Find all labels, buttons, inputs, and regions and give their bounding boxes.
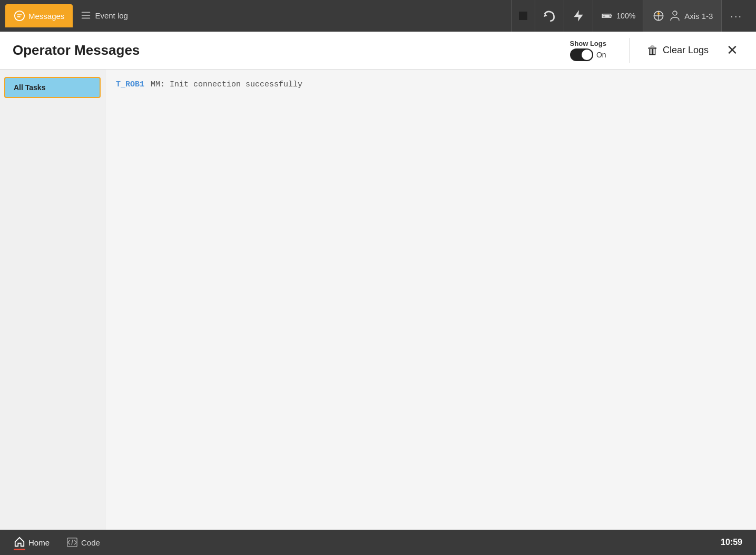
- stop-button[interactable]: [511, 0, 535, 32]
- bottom-tab-code[interactable]: Code: [58, 530, 109, 555]
- battery-percent: 100%: [616, 12, 635, 20]
- more-button[interactable]: ···: [721, 0, 751, 32]
- close-button[interactable]: ✕: [721, 40, 743, 61]
- tab-messages[interactable]: Messages: [5, 4, 73, 27]
- undo-button[interactable]: [535, 0, 564, 32]
- person-icon: [669, 9, 681, 22]
- svg-marker-5: [574, 10, 583, 22]
- code-icon: [66, 537, 78, 548]
- messages-icon: [14, 10, 25, 22]
- svg-point-9: [673, 11, 677, 15]
- log-entry: T_ROB1 MM: Init connection successfully: [116, 78, 745, 91]
- svg-point-0: [15, 11, 24, 21]
- axis-group[interactable]: Axis 1-3: [643, 0, 721, 32]
- clear-logs-button[interactable]: 🗑 Clear Logs: [641, 40, 715, 62]
- battery-group: ⟳ 100%: [593, 0, 643, 32]
- tab-messages-label: Messages: [28, 12, 64, 21]
- tab-eventlog[interactable]: Event log: [73, 4, 135, 27]
- trash-icon: 🗑: [647, 44, 659, 57]
- axis-label: Axis 1-3: [684, 12, 713, 21]
- log-area: T_ROB1 MM: Init connection successfully: [105, 70, 756, 530]
- clock: 10:59: [721, 538, 751, 547]
- content-area: All Tasks T_ROB1 MM: Init connection suc…: [0, 70, 756, 530]
- home-icon-wrap: [14, 536, 25, 549]
- eventlog-icon: [80, 9, 92, 21]
- page-title: Operator Messages: [13, 42, 570, 59]
- show-logs-group: Show Logs On: [570, 40, 606, 61]
- log-source: T_ROB1: [116, 80, 144, 89]
- code-label: Code: [81, 538, 100, 547]
- top-bar-controls: ⟳ 100% Axis 1-3 ···: [511, 0, 751, 32]
- log-message: MM: Init connection successfully: [151, 80, 302, 89]
- battery-icon: ⟳: [601, 9, 614, 23]
- svg-rect-1: [82, 12, 91, 13]
- bottom-tab-home[interactable]: Home: [5, 530, 58, 555]
- top-bar: Messages Event log: [0, 0, 756, 32]
- home-label: Home: [28, 538, 50, 547]
- show-logs-toggle[interactable]: [570, 48, 593, 61]
- sidebar-item-all-tasks[interactable]: All Tasks: [4, 77, 101, 98]
- svg-marker-4: [544, 14, 547, 17]
- sidebar: All Tasks: [0, 70, 105, 530]
- lightning-button[interactable]: [564, 0, 593, 32]
- toggle-row: On: [570, 48, 606, 61]
- svg-rect-2: [82, 15, 91, 16]
- undo-icon: [543, 9, 556, 23]
- home-underline: [14, 549, 25, 550]
- svg-rect-3: [82, 18, 91, 19]
- bottom-bar: Home Code 10:59: [0, 530, 756, 555]
- toolbar-divider: [630, 38, 630, 63]
- svg-point-8: [657, 13, 660, 15]
- axis-icon: [652, 9, 665, 23]
- toolbar: Operator Messages Show Logs On 🗑 Clear L…: [0, 32, 756, 70]
- tab-eventlog-label: Event log: [95, 11, 128, 20]
- close-icon: ✕: [726, 42, 738, 58]
- sidebar-item-label: All Tasks: [14, 83, 45, 92]
- home-icon: [14, 536, 25, 548]
- stop-icon: [519, 12, 527, 20]
- show-logs-label: Show Logs: [570, 40, 606, 47]
- lightning-icon: [572, 9, 585, 23]
- clear-logs-label: Clear Logs: [663, 45, 709, 56]
- toggle-on-label: On: [596, 51, 606, 59]
- more-icon: ···: [730, 10, 742, 22]
